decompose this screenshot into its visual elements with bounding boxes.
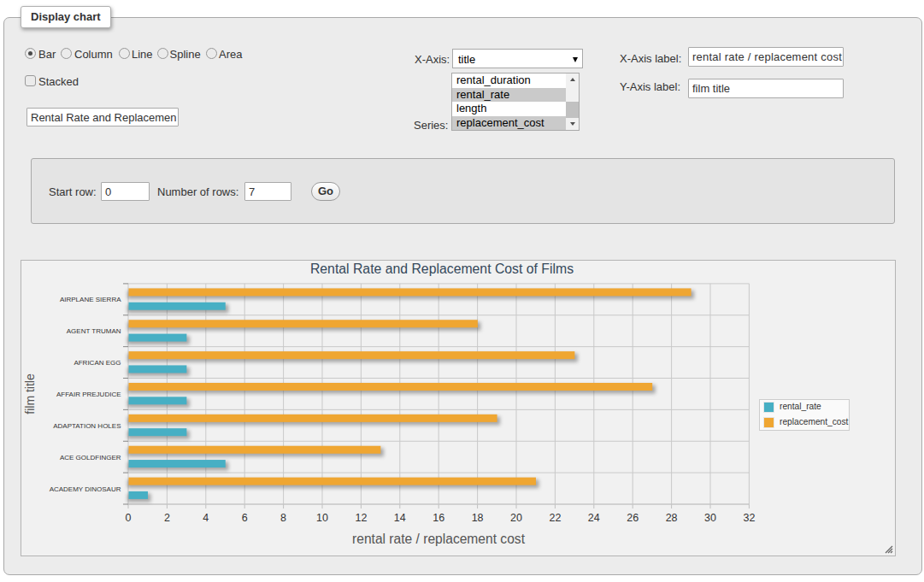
svg-text:6: 6	[242, 512, 248, 524]
svg-text:AIRPLANE SIERRA: AIRPLANE SIERRA	[60, 296, 121, 303]
svg-text:AFRICAN EGG: AFRICAN EGG	[74, 359, 121, 367]
svg-text:rental rate / replacement cost: rental rate / replacement cost	[352, 532, 526, 546]
svg-text:10: 10	[316, 512, 328, 524]
svg-text:replacement_cost: replacement_cost	[780, 417, 849, 426]
svg-text:AFFAIR PREJUDICE: AFFAIR PREJUDICE	[56, 391, 121, 398]
svg-text:26: 26	[627, 512, 639, 524]
svg-text:Rental Rate and Replacement Co: Rental Rate and Replacement Cost of Film…	[310, 262, 574, 276]
svg-text:film title: film title	[23, 373, 37, 414]
svg-text:20: 20	[510, 512, 522, 524]
svg-text:rental_rate: rental_rate	[780, 402, 821, 411]
svg-text:32: 32	[743, 512, 755, 524]
svg-text:2: 2	[164, 512, 170, 524]
svg-text:14: 14	[394, 512, 406, 524]
svg-text:30: 30	[704, 512, 716, 524]
svg-text:4: 4	[203, 512, 209, 524]
svg-text:22: 22	[549, 512, 561, 524]
svg-text:18: 18	[472, 512, 484, 524]
svg-text:12: 12	[355, 512, 367, 524]
svg-text:24: 24	[588, 512, 600, 524]
svg-text:28: 28	[666, 512, 678, 524]
svg-text:ADAPTATION HOLES: ADAPTATION HOLES	[53, 422, 121, 430]
svg-text:8: 8	[280, 512, 286, 524]
svg-text:ACE GOLDFINGER: ACE GOLDFINGER	[60, 454, 121, 461]
svg-text:0: 0	[126, 512, 132, 524]
svg-text:AGENT TRUMAN: AGENT TRUMAN	[67, 327, 121, 335]
svg-text:16: 16	[433, 512, 444, 524]
svg-text:ACADEMY DINOSAUR: ACADEMY DINOSAUR	[50, 485, 121, 493]
